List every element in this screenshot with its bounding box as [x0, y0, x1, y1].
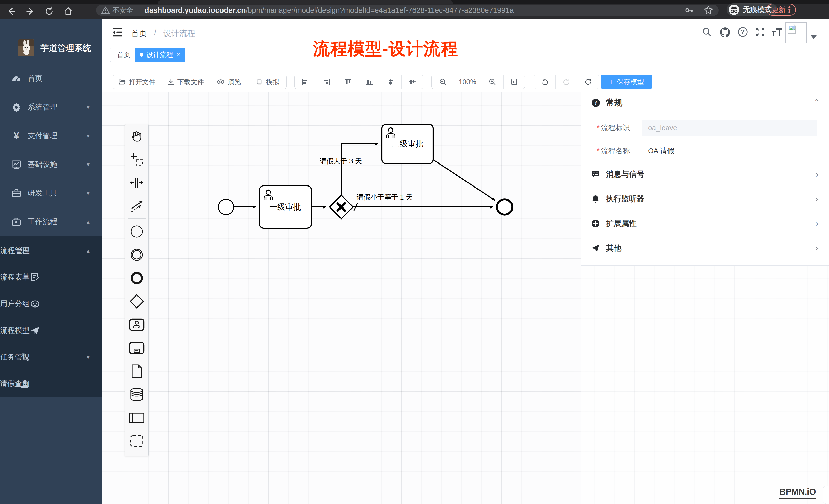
list-icon: [20, 246, 30, 256]
bpmn-io-watermark[interactable]: BPMN.iO: [779, 487, 816, 499]
task-label: 一级审批: [269, 202, 301, 211]
font-size-icon[interactable]: [771, 27, 783, 38]
gear-icon: [11, 102, 22, 112]
address-bar[interactable]: 不安全 dashboard.yudao.iocoder.cn/bpm/manag…: [96, 5, 719, 16]
tab-label: 设计流程: [146, 50, 173, 60]
sidebar-item-process-model[interactable]: 流程模型: [0, 317, 102, 344]
overlay-title: 流程模型-设计流程: [313, 37, 458, 61]
forward-icon[interactable]: [25, 6, 36, 17]
form-icon: [30, 272, 40, 282]
sidebar-item-process-mgmt[interactable]: 流程管理 ▴: [0, 237, 102, 264]
sidebar-item-label: 流程模型: [0, 325, 30, 336]
tagsview-bar: [102, 46, 829, 65]
url-domain[interactable]: dashboard.yudao.iocoder.cn: [145, 6, 246, 14]
chevron-down-icon: ▾: [86, 132, 89, 140]
sidebar-item-label: 基础设施: [28, 159, 57, 169]
sidebar-item-label: 工作流程: [28, 217, 57, 227]
collapse-menu-icon[interactable]: [112, 27, 123, 38]
sidebar-item-process-form[interactable]: 流程表单: [0, 264, 102, 290]
breadcrumb-home[interactable]: 首页: [131, 28, 147, 39]
more-vert-icon[interactable]: •••: [788, 6, 790, 13]
sidebar-item-infra[interactable]: 基础设施 ▾: [0, 150, 102, 179]
user-group-icon: [30, 299, 40, 309]
screen: 不安全 dashboard.yudao.iocoder.cn/bpm/manag…: [0, 0, 829, 504]
branch-icon: [20, 352, 30, 362]
fullscreen-icon[interactable]: [755, 27, 766, 38]
sidebar-item-system[interactable]: 系统管理 ▾: [0, 93, 102, 121]
app-logo[interactable]: [18, 39, 34, 56]
divider: [139, 7, 139, 13]
sidebar-item-home[interactable]: 首页: [0, 64, 102, 93]
home-icon[interactable]: [63, 6, 74, 17]
key-icon[interactable]: [684, 5, 694, 15]
user-task-node-level1[interactable]: 一级审批: [259, 186, 311, 228]
sidebar-item-label: 首页: [28, 73, 42, 84]
svg-text:¥: ¥: [13, 131, 19, 141]
edge-label-le1[interactable]: 请假小于等于 1 天: [357, 193, 413, 201]
avatar[interactable]: [786, 22, 807, 43]
tab-label: 首页: [117, 50, 130, 60]
star-icon[interactable]: [703, 5, 714, 15]
start-event-node[interactable]: [218, 199, 234, 215]
briefcase-icon: [11, 217, 22, 227]
sidebar-item-label: 支付管理: [28, 131, 57, 141]
yen-icon: ¥: [11, 131, 22, 141]
sidebar-item-devtools[interactable]: 研发工具 ▾: [0, 179, 102, 207]
reload-icon[interactable]: [43, 6, 55, 17]
paper-plane-icon: [30, 326, 40, 336]
app-title: 芋道管理系统: [40, 42, 91, 54]
caret-down-icon[interactable]: [810, 35, 817, 39]
sidebar-item-user-group[interactable]: 用户分组: [0, 290, 102, 317]
bpmn-diagram: 一级审批 请假小于等于 1 天 请假大于 3 天 二级审批: [102, 65, 829, 504]
sidebar-item-leave-query[interactable]: 请假查询: [0, 371, 102, 397]
sidebar-item-workflow[interactable]: 工作流程 ▴: [0, 207, 102, 236]
security-label[interactable]: 不安全: [112, 6, 133, 15]
chevron-down-icon: ▾: [86, 190, 89, 197]
dashboard-icon: [11, 73, 22, 84]
task-label: 二级审批: [392, 139, 424, 148]
close-icon[interactable]: ×: [177, 51, 180, 58]
chevron-down-icon: ▾: [86, 354, 89, 361]
sidebar-item-label: 研发工具: [28, 188, 57, 198]
end-event-node[interactable]: [497, 199, 512, 215]
url-path[interactable]: /bpm/manager/model/design?modelId=e4a1a1…: [246, 6, 514, 14]
sidebar-item-label: 系统管理: [28, 102, 57, 112]
sequence-flow[interactable]: [433, 160, 495, 200]
person-icon: [20, 379, 30, 389]
github-icon[interactable]: [719, 27, 731, 38]
chevron-down-icon: ▾: [86, 161, 89, 168]
sidebar-item-label: 流程表单: [0, 272, 30, 282]
sequence-flow[interactable]: [341, 144, 378, 195]
workflow-submenu: 流程管理 ▴ 流程表单 用户分组 流程模型 任务管理 ▾: [0, 236, 102, 397]
address-bar-actions: [684, 5, 714, 15]
update-button[interactable]: 更新 •••: [766, 4, 796, 15]
sidebar-item-task-mgmt[interactable]: 任务管理 ▾: [0, 344, 102, 371]
chevron-up-icon: ▴: [86, 218, 89, 225]
toolbox-icon: [11, 188, 22, 198]
sidebar: 芋道管理系统 首页 系统管理 ▾ ¥ 支付管理 ▾ 基础设施 ▾ 研发工具 ▾: [0, 19, 102, 504]
exclusive-gateway-node[interactable]: [329, 195, 353, 219]
warning-icon: [101, 6, 110, 14]
user-task-node-level2[interactable]: 二级审批: [382, 124, 433, 164]
chevron-down-icon: ▾: [86, 104, 89, 111]
tab-design-active[interactable]: 设计流程 ×: [135, 48, 185, 62]
sidebar-item-label: 用户分组: [0, 299, 30, 309]
sidebar-item-payment[interactable]: ¥ 支付管理 ▾: [0, 121, 102, 150]
breadcrumb-sep: /: [154, 28, 156, 37]
edge-label-gt3[interactable]: 请假大于 3 天: [320, 157, 362, 165]
browser-tab[interactable]: [158, 0, 453, 4]
update-label: 更新: [772, 5, 786, 14]
incognito-icon: [729, 4, 740, 15]
svg-text:?: ?: [741, 28, 745, 35]
tab-home[interactable]: 首页: [110, 48, 137, 62]
active-dot: [140, 53, 143, 56]
monitor-icon: [11, 159, 22, 169]
breadcrumb-current: 设计流程: [163, 28, 195, 39]
search-icon[interactable]: [701, 27, 713, 38]
help-icon[interactable]: ?: [737, 27, 749, 38]
back-icon[interactable]: [6, 6, 17, 17]
chevron-up-icon: ▴: [86, 247, 89, 254]
